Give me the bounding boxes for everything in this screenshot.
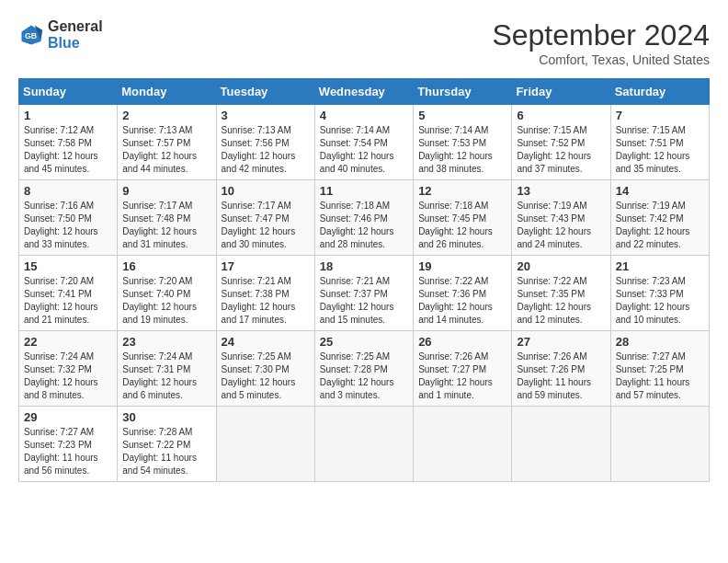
header-wednesday: Wednesday bbox=[314, 79, 413, 105]
title-area: September 2024 Comfort, Texas, United St… bbox=[492, 18, 710, 67]
day-number: 7 bbox=[616, 109, 704, 122]
day-info: Sunrise: 7:20 AM Sunset: 7:40 PM Dayligh… bbox=[122, 275, 210, 327]
day-number: 29 bbox=[24, 410, 112, 424]
week-row-1: 1 Sunrise: 7:12 AM Sunset: 7:58 PM Dayli… bbox=[19, 105, 710, 180]
day-info: Sunrise: 7:15 AM Sunset: 7:52 PM Dayligh… bbox=[517, 124, 605, 176]
day-number: 1 bbox=[24, 109, 112, 122]
header-friday: Friday bbox=[512, 79, 610, 105]
day-info: Sunrise: 7:13 AM Sunset: 7:57 PM Dayligh… bbox=[122, 124, 210, 176]
day-number: 13 bbox=[517, 184, 605, 198]
day-number: 27 bbox=[517, 335, 605, 349]
logo-blue: Blue bbox=[48, 35, 103, 52]
calendar-cell: 23 Sunrise: 7:24 AM Sunset: 7:31 PM Dayl… bbox=[118, 331, 216, 407]
day-number: 28 bbox=[616, 335, 704, 349]
day-number: 22 bbox=[24, 335, 112, 349]
day-info: Sunrise: 7:19 AM Sunset: 7:43 PM Dayligh… bbox=[517, 200, 605, 251]
calendar-cell bbox=[216, 407, 314, 482]
day-number: 9 bbox=[122, 184, 210, 198]
day-info: Sunrise: 7:18 AM Sunset: 7:46 PM Dayligh… bbox=[320, 200, 408, 251]
day-info: Sunrise: 7:27 AM Sunset: 7:23 PM Dayligh… bbox=[24, 426, 112, 477]
week-row-4: 22 Sunrise: 7:24 AM Sunset: 7:32 PM Dayl… bbox=[19, 331, 710, 407]
day-number: 5 bbox=[418, 109, 506, 122]
calendar-cell: 28 Sunrise: 7:27 AM Sunset: 7:25 PM Dayl… bbox=[610, 331, 709, 407]
week-row-3: 15 Sunrise: 7:20 AM Sunset: 7:41 PM Dayl… bbox=[19, 256, 710, 331]
calendar-cell: 27 Sunrise: 7:26 AM Sunset: 7:26 PM Dayl… bbox=[512, 331, 610, 407]
calendar-cell: 14 Sunrise: 7:19 AM Sunset: 7:42 PM Dayl… bbox=[610, 180, 709, 256]
header-sunday: Sunday bbox=[19, 79, 118, 105]
calendar-cell bbox=[314, 407, 413, 482]
day-info: Sunrise: 7:18 AM Sunset: 7:45 PM Dayligh… bbox=[418, 200, 506, 251]
calendar-table: SundayMondayTuesdayWednesdayThursdayFrid… bbox=[18, 78, 710, 482]
day-number: 12 bbox=[418, 184, 506, 198]
day-number: 21 bbox=[616, 259, 704, 273]
day-number: 2 bbox=[122, 109, 210, 122]
day-number: 11 bbox=[320, 184, 408, 198]
day-info: Sunrise: 7:28 AM Sunset: 7:22 PM Dayligh… bbox=[122, 426, 210, 477]
day-number: 20 bbox=[517, 259, 605, 273]
calendar-cell bbox=[414, 407, 512, 482]
week-row-5: 29 Sunrise: 7:27 AM Sunset: 7:23 PM Dayl… bbox=[19, 407, 710, 482]
day-info: Sunrise: 7:20 AM Sunset: 7:41 PM Dayligh… bbox=[24, 275, 112, 327]
day-number: 18 bbox=[320, 259, 408, 273]
day-number: 19 bbox=[418, 259, 506, 273]
calendar-cell: 21 Sunrise: 7:23 AM Sunset: 7:33 PM Dayl… bbox=[610, 256, 709, 331]
day-info: Sunrise: 7:12 AM Sunset: 7:58 PM Dayligh… bbox=[24, 124, 112, 176]
day-info: Sunrise: 7:25 AM Sunset: 7:28 PM Dayligh… bbox=[320, 350, 408, 402]
month-title: September 2024 bbox=[492, 18, 710, 52]
day-info: Sunrise: 7:19 AM Sunset: 7:42 PM Dayligh… bbox=[616, 200, 704, 251]
calendar-cell: 13 Sunrise: 7:19 AM Sunset: 7:43 PM Dayl… bbox=[512, 180, 610, 256]
calendar-cell: 10 Sunrise: 7:17 AM Sunset: 7:47 PM Dayl… bbox=[216, 180, 314, 256]
calendar-cell bbox=[610, 407, 709, 482]
calendar-cell: 5 Sunrise: 7:14 AM Sunset: 7:53 PM Dayli… bbox=[414, 105, 512, 180]
calendar-cell: 12 Sunrise: 7:18 AM Sunset: 7:45 PM Dayl… bbox=[414, 180, 512, 256]
calendar-cell: 26 Sunrise: 7:26 AM Sunset: 7:27 PM Dayl… bbox=[414, 331, 512, 407]
day-info: Sunrise: 7:13 AM Sunset: 7:56 PM Dayligh… bbox=[222, 124, 310, 176]
calendar-cell: 25 Sunrise: 7:25 AM Sunset: 7:28 PM Dayl… bbox=[314, 331, 413, 407]
day-number: 17 bbox=[222, 259, 310, 273]
calendar-cell: 7 Sunrise: 7:15 AM Sunset: 7:51 PM Dayli… bbox=[610, 105, 709, 180]
logo-icon: GB bbox=[18, 22, 44, 48]
day-info: Sunrise: 7:23 AM Sunset: 7:33 PM Dayligh… bbox=[616, 275, 704, 327]
day-number: 24 bbox=[222, 335, 310, 349]
day-number: 30 bbox=[122, 410, 210, 424]
day-info: Sunrise: 7:21 AM Sunset: 7:38 PM Dayligh… bbox=[222, 275, 310, 327]
header-saturday: Saturday bbox=[610, 79, 709, 105]
calendar-cell: 30 Sunrise: 7:28 AM Sunset: 7:22 PM Dayl… bbox=[118, 407, 216, 482]
day-info: Sunrise: 7:14 AM Sunset: 7:53 PM Dayligh… bbox=[418, 124, 506, 176]
week-row-2: 8 Sunrise: 7:16 AM Sunset: 7:50 PM Dayli… bbox=[19, 180, 710, 256]
calendar-cell: 3 Sunrise: 7:13 AM Sunset: 7:56 PM Dayli… bbox=[216, 105, 314, 180]
day-info: Sunrise: 7:21 AM Sunset: 7:37 PM Dayligh… bbox=[320, 275, 408, 327]
day-info: Sunrise: 7:16 AM Sunset: 7:50 PM Dayligh… bbox=[24, 200, 112, 251]
day-info: Sunrise: 7:17 AM Sunset: 7:47 PM Dayligh… bbox=[222, 200, 310, 251]
calendar-cell: 24 Sunrise: 7:25 AM Sunset: 7:30 PM Dayl… bbox=[216, 331, 314, 407]
header: GB General Blue September 2024 Comfort, … bbox=[18, 18, 710, 67]
day-info: Sunrise: 7:14 AM Sunset: 7:54 PM Dayligh… bbox=[320, 124, 408, 176]
calendar-cell: 20 Sunrise: 7:22 AM Sunset: 7:35 PM Dayl… bbox=[512, 256, 610, 331]
location: Comfort, Texas, United States bbox=[492, 52, 710, 67]
day-info: Sunrise: 7:24 AM Sunset: 7:32 PM Dayligh… bbox=[24, 350, 112, 402]
header-row: SundayMondayTuesdayWednesdayThursdayFrid… bbox=[19, 79, 710, 105]
day-info: Sunrise: 7:22 AM Sunset: 7:36 PM Dayligh… bbox=[418, 275, 506, 327]
day-number: 23 bbox=[122, 335, 210, 349]
calendar-cell: 18 Sunrise: 7:21 AM Sunset: 7:37 PM Dayl… bbox=[314, 256, 413, 331]
day-number: 10 bbox=[222, 184, 310, 198]
calendar-cell: 16 Sunrise: 7:20 AM Sunset: 7:40 PM Dayl… bbox=[118, 256, 216, 331]
day-info: Sunrise: 7:26 AM Sunset: 7:27 PM Dayligh… bbox=[418, 350, 506, 402]
day-number: 25 bbox=[320, 335, 408, 349]
day-info: Sunrise: 7:17 AM Sunset: 7:48 PM Dayligh… bbox=[122, 200, 210, 251]
day-info: Sunrise: 7:26 AM Sunset: 7:26 PM Dayligh… bbox=[517, 350, 605, 402]
day-number: 16 bbox=[122, 259, 210, 273]
day-number: 14 bbox=[616, 184, 704, 198]
calendar-cell: 6 Sunrise: 7:15 AM Sunset: 7:52 PM Dayli… bbox=[512, 105, 610, 180]
calendar-cell: 22 Sunrise: 7:24 AM Sunset: 7:32 PM Dayl… bbox=[19, 331, 118, 407]
day-number: 4 bbox=[320, 109, 408, 122]
day-info: Sunrise: 7:25 AM Sunset: 7:30 PM Dayligh… bbox=[222, 350, 310, 402]
day-info: Sunrise: 7:15 AM Sunset: 7:51 PM Dayligh… bbox=[616, 124, 704, 176]
header-tuesday: Tuesday bbox=[216, 79, 314, 105]
day-number: 6 bbox=[517, 109, 605, 122]
day-number: 26 bbox=[418, 335, 506, 349]
calendar-cell: 17 Sunrise: 7:21 AM Sunset: 7:38 PM Dayl… bbox=[216, 256, 314, 331]
header-thursday: Thursday bbox=[414, 79, 512, 105]
logo-general: General bbox=[48, 18, 103, 35]
day-number: 8 bbox=[24, 184, 112, 198]
